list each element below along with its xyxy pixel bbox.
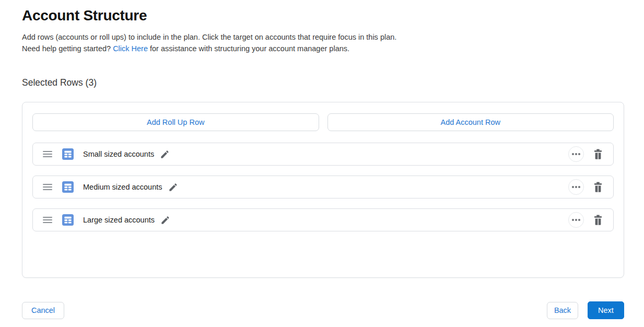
table-icon (62, 214, 74, 226)
description-line-2: Need help getting started? Click Here fo… (22, 43, 624, 54)
help-text-prefix: Need help getting started? (22, 44, 113, 53)
footer-action-bar: Cancel Back Next (22, 301, 624, 319)
drag-handle-icon[interactable] (43, 184, 52, 190)
cancel-button[interactable]: Cancel (22, 302, 64, 319)
click-here-link[interactable]: Click Here (113, 44, 148, 53)
row-label: Medium sized accounts (83, 183, 162, 191)
add-rollup-row-button[interactable]: Add Roll Up Row (32, 113, 319, 131)
row-label: Small sized accounts (83, 150, 154, 158)
pencil-icon[interactable] (160, 215, 170, 225)
trash-icon[interactable] (593, 181, 603, 193)
description-line-1: Add rows (accounts or roll ups) to inclu… (22, 31, 624, 43)
drag-handle-icon[interactable] (43, 217, 52, 223)
next-button[interactable]: Next (588, 301, 624, 319)
selected-rows-list: Small sized accounts Medium sized accoun… (32, 143, 614, 231)
trash-icon[interactable] (593, 214, 603, 226)
page-title: Account Structure (22, 7, 624, 24)
table-icon (62, 148, 74, 160)
drag-handle-icon[interactable] (43, 151, 52, 157)
account-row: Medium sized accounts (32, 176, 614, 198)
back-button[interactable]: Back (547, 302, 578, 319)
account-row: Large sized accounts (32, 208, 614, 231)
trash-icon[interactable] (593, 148, 603, 160)
help-text-suffix: for assistance with structuring your acc… (148, 44, 349, 53)
add-account-row-button[interactable]: Add Account Row (327, 113, 614, 131)
table-icon (62, 181, 74, 193)
ellipsis-icon[interactable] (568, 146, 584, 162)
pencil-icon[interactable] (168, 182, 178, 192)
ellipsis-icon[interactable] (568, 212, 584, 228)
account-structure-page: Account Structure Add rows (accounts or … (0, 0, 644, 319)
account-structure-panel: Add Roll Up Row Add Account Row Small si… (22, 102, 624, 278)
selected-rows-heading: Selected Rows (3) (22, 77, 624, 88)
ellipsis-icon[interactable] (568, 179, 584, 195)
pencil-icon[interactable] (160, 149, 170, 159)
page-description: Add rows (accounts or roll ups) to inclu… (22, 31, 624, 54)
row-label: Large sized accounts (83, 216, 155, 224)
account-row: Small sized accounts (32, 143, 614, 166)
add-row-button-bar: Add Roll Up Row Add Account Row (32, 113, 614, 131)
